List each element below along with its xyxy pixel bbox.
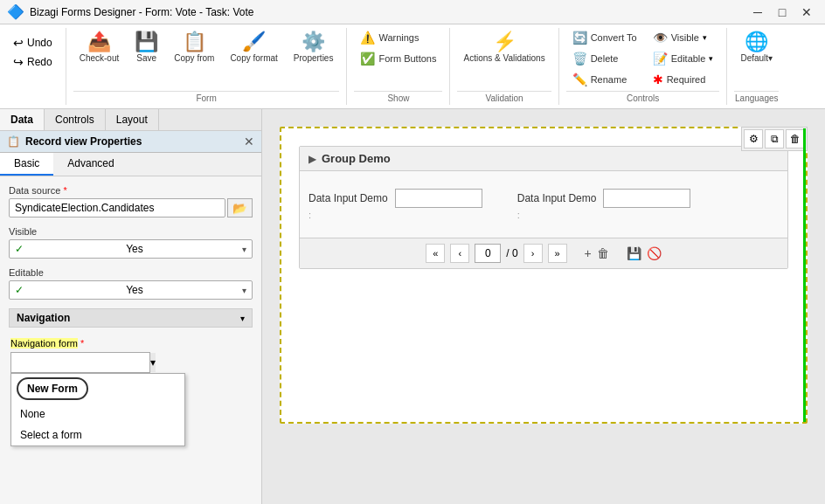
data-source-input[interactable]: [9, 198, 225, 217]
copy-format-icon: 🖌️: [242, 32, 266, 52]
copy-from-icon: 📋: [183, 32, 206, 52]
nav-dropdown-button[interactable]: ▾: [10, 352, 150, 373]
nav-form-dropdown: ▾ New Form None Select a form: [10, 352, 251, 373]
canvas-delete-button[interactable]: 🗑: [786, 129, 805, 148]
panel-tabs: Data Controls Layout: [0, 109, 261, 131]
group-title: Group Demo: [322, 152, 391, 165]
properties-title: Record view Properties: [25, 135, 239, 148]
pag-cancel-icon[interactable]: 🚫: [647, 246, 662, 260]
data-source-input-group: 📂: [9, 198, 253, 217]
pagination-bar: « ‹ / 0 › » + 🗑 💾 🚫: [300, 238, 787, 268]
default-language-button[interactable]: 🌐 Default▾: [734, 28, 779, 67]
pag-last-button[interactable]: »: [548, 244, 567, 263]
nav-option-new-form[interactable]: New Form: [17, 377, 88, 400]
editable-value: Yes: [126, 284, 143, 296]
main-layout: Data Controls Layout 📋 Record view Prope…: [0, 109, 825, 504]
required-button[interactable]: ✱ Required: [647, 70, 720, 89]
navigation-content: Navigation form * ▾ New Form None Select: [9, 328, 253, 376]
maximize-button[interactable]: □: [771, 3, 794, 21]
properties-button[interactable]: ⚙️ Properties: [288, 28, 340, 67]
form-group-header: ▶ Group Demo: [300, 147, 787, 171]
convert-to-button[interactable]: 🔄 Convert To: [566, 28, 643, 47]
checkout-button[interactable]: 📤 Check-out: [73, 28, 126, 67]
warnings-icon: ⚠️: [360, 31, 375, 45]
navigation-collapse-icon: ▾: [240, 314, 245, 323]
canvas-toolbar: ⚙ ⧉ 🗑: [741, 127, 808, 151]
visible-button[interactable]: 👁️ Visible ▾: [647, 28, 720, 47]
save-icon: 💾: [135, 32, 158, 52]
prop-tabs: Basic Advanced: [0, 153, 261, 176]
ribbon-group-validation: ⚡ Actions & Validations Validation: [450, 28, 558, 105]
visible-select[interactable]: ✓ Yes ▾: [9, 239, 253, 259]
pag-delete-row-icon[interactable]: 🗑: [597, 246, 609, 260]
save-button[interactable]: 💾 Save: [128, 28, 164, 67]
redo-icon: ↪: [13, 55, 24, 69]
tab-controls[interactable]: Controls: [45, 109, 106, 130]
validation-group-label: Validation: [457, 91, 551, 105]
properties-close-button[interactable]: ✕: [244, 135, 254, 148]
prop-tab-advanced[interactable]: Advanced: [53, 153, 128, 176]
data-source-browse-button[interactable]: 📂: [227, 198, 253, 217]
field-1-colon: :: [309, 210, 482, 220]
nav-form-label: Navigation form *: [10, 338, 251, 349]
tab-layout[interactable]: Layout: [106, 109, 159, 130]
field-2-row: Data Input Demo: [517, 189, 691, 208]
pag-current-input[interactable]: [475, 244, 501, 263]
navigation-header[interactable]: Navigation ▾: [9, 308, 253, 328]
undo-label: Undo: [27, 37, 52, 49]
nav-dropdown-menu: New Form None Select a form: [10, 373, 185, 446]
form-group: ▶ Group Demo Data Input Demo : Data Inpu…: [299, 146, 788, 269]
canvas-copy-button[interactable]: ⧉: [765, 129, 784, 148]
editable-field: Editable ✓ Yes ▾: [9, 267, 253, 300]
nav-option-none[interactable]: None: [11, 404, 184, 425]
editable-select[interactable]: ✓ Yes ▾: [9, 280, 253, 300]
copy-format-button[interactable]: 🖌️ Copy format: [224, 28, 283, 67]
pag-total-label: / 0: [506, 247, 517, 259]
editable-button[interactable]: 📝 Editable ▾: [647, 49, 720, 68]
nav-dropdown-arrow[interactable]: ▾: [149, 353, 156, 372]
actions-validations-button[interactable]: ⚡ Actions & Validations: [457, 28, 551, 67]
prop-content: Data source * 📂 Visible ✓ Yes ▾ Editable: [0, 176, 261, 504]
form-group-label: Form: [73, 91, 340, 105]
tab-data[interactable]: Data: [0, 109, 45, 130]
ribbon-group-languages: 🌐 Default▾ Languages: [727, 28, 786, 105]
pag-first-button[interactable]: «: [426, 244, 445, 263]
data-source-label: Data source *: [9, 185, 253, 196]
redo-button[interactable]: ↪ Redo: [7, 52, 59, 72]
nav-dropdown-input[interactable]: [11, 356, 149, 369]
editable-dropdown[interactable]: ▾: [709, 54, 713, 63]
visible-dropdown[interactable]: ▾: [703, 33, 707, 42]
language-icon: 🌐: [745, 32, 768, 52]
data-source-field: Data source * 📂: [9, 185, 253, 217]
rename-button[interactable]: ✏️ Rename: [566, 70, 643, 89]
form-group-content: Data Input Demo : Data Input Demo :: [300, 171, 787, 238]
visible-field: Visible ✓ Yes ▾: [9, 226, 253, 259]
pag-prev-button[interactable]: ‹: [450, 244, 469, 263]
prop-tab-basic[interactable]: Basic: [0, 153, 53, 176]
form-buttons-button[interactable]: ✅ Form Buttons: [354, 49, 442, 68]
nav-form-required: *: [80, 338, 84, 349]
delete-button[interactable]: 🗑️ Delete: [566, 49, 643, 68]
form-canvas: ⚙ ⧉ 🗑 ▶ Group Demo Data Input Demo: [280, 127, 808, 424]
close-button[interactable]: ✕: [795, 3, 818, 21]
undo-button[interactable]: ↩ Undo: [7, 33, 59, 52]
ribbon: ↩ Undo ↪ Redo 📤 Check-out 💾 Save: [0, 24, 825, 109]
field-1-input[interactable]: [395, 189, 482, 208]
field-1-label: Data Input Demo: [309, 192, 388, 204]
field-2-input[interactable]: [603, 189, 690, 208]
undo-icon: ↩: [13, 36, 24, 50]
pag-next-button[interactable]: ›: [523, 244, 543, 263]
ribbon-group-controls: 🔄 Convert To 🗑️ Delete ✏️ Rename 👁️: [559, 28, 728, 105]
visible-value: Yes: [126, 243, 143, 255]
group-expand-icon: ▶: [309, 153, 316, 165]
minimize-button[interactable]: ─: [746, 3, 769, 21]
canvas-settings-button[interactable]: ⚙: [744, 129, 763, 148]
navigation-section-label: Navigation: [17, 312, 70, 324]
visible-label: Visible: [9, 226, 253, 237]
redo-label: Redo: [27, 56, 52, 68]
pag-save-icon[interactable]: 💾: [627, 246, 641, 260]
copy-from-button[interactable]: 📋 Copy from: [168, 28, 220, 67]
nav-option-select-form[interactable]: Select a form: [11, 425, 184, 445]
warnings-button[interactable]: ⚠️ Warnings: [354, 28, 442, 47]
pag-add-icon[interactable]: +: [585, 246, 592, 260]
